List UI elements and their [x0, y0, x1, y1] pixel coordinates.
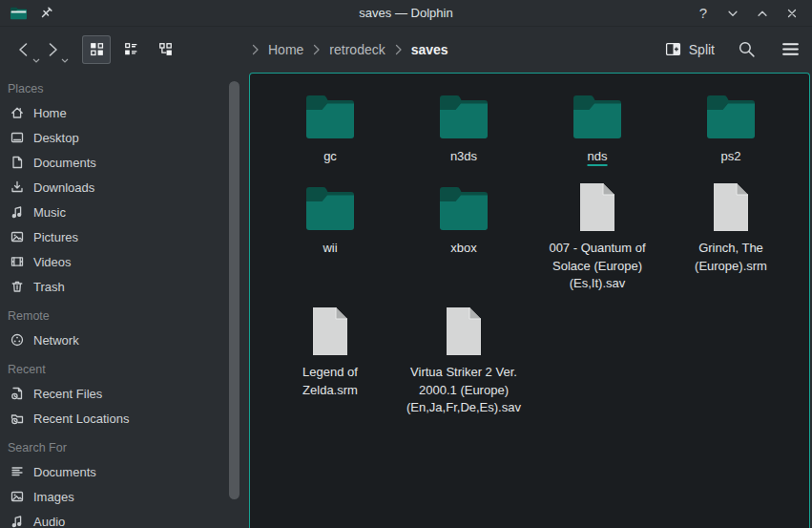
grid-row: gc n3ds nds ps2 — [250, 74, 809, 180]
sidebar-item-search-documents[interactable]: Documents — [0, 459, 249, 484]
sidebar-item-recent-locations[interactable]: Recent Locations — [0, 406, 249, 431]
music-note-icon — [10, 514, 25, 528]
item-label: ps2 — [721, 148, 741, 166]
help-button[interactable]: ? — [693, 3, 714, 24]
folder-item-nds[interactable]: nds — [531, 89, 664, 180]
item-label: nds — [588, 148, 608, 166]
sidebar-item-videos[interactable]: Videos — [0, 249, 249, 274]
places-scrollbar[interactable] — [229, 81, 239, 499]
toolbar: Home retrodeck saves Split — [0, 27, 812, 72]
places-section-header: Places — [0, 72, 249, 100]
remote-section-header: Remote — [0, 299, 249, 327]
item-label: Grinch, The (Europe).srm — [668, 240, 794, 275]
home-icon — [10, 105, 25, 120]
sidebar-item-pictures[interactable]: Pictures — [0, 224, 249, 249]
places-panel: Places Home Desktop Documents Downloads … — [0, 72, 249, 528]
search-button[interactable] — [734, 37, 759, 62]
folder-item-n3ds[interactable]: n3ds — [397, 89, 531, 180]
split-button[interactable]: Split — [665, 41, 715, 57]
recent-folder-icon — [10, 411, 25, 426]
sidebar-item-search-audio[interactable]: Audio — [0, 509, 249, 528]
sidebar-item-label: Trash — [33, 280, 65, 294]
sidebar-item-label: Recent Locations — [33, 412, 129, 426]
breadcrumb-retrodeck[interactable]: retrodeck — [324, 42, 389, 57]
sidebar-item-label: Documents — [33, 465, 96, 479]
sidebar-item-documents[interactable]: Documents — [0, 150, 249, 175]
item-label: 007 - Quantum of Solace (Europe) (Es,It)… — [534, 240, 660, 293]
sidebar-item-label: Audio — [33, 515, 65, 528]
file-item-virtua-striker-2[interactable]: Virtua Striker 2 Ver. 2000.1 (Europe) (E… — [397, 305, 531, 429]
sidebar-item-network[interactable]: Network — [0, 327, 249, 352]
folder-item-gc[interactable]: gc — [263, 89, 397, 180]
sidebar-item-label: Downloads — [33, 180, 94, 195]
breadcrumb-saves[interactable]: saves — [406, 42, 453, 57]
recent-section-header: Recent — [0, 352, 249, 381]
maximize-button[interactable] — [752, 3, 773, 24]
back-button[interactable] — [10, 35, 38, 64]
file-item-legend-of-zelda[interactable]: Legend of Zelda.srm — [263, 305, 397, 429]
sidebar-item-label: Pictures — [33, 230, 78, 244]
breadcrumb-chevron-icon[interactable] — [251, 44, 260, 55]
split-view-icon — [665, 41, 681, 57]
split-button-label: Split — [689, 42, 715, 57]
breadcrumb-home[interactable]: Home — [263, 42, 308, 57]
details-view-button[interactable] — [116, 35, 145, 64]
item-label: xbox — [450, 240, 476, 258]
pin-icon[interactable] — [39, 6, 53, 20]
folder-icon — [705, 89, 757, 140]
folder-icon — [572, 89, 623, 140]
text-lines-icon — [10, 464, 25, 479]
window-controls: ? — [693, 3, 802, 24]
file-item-grinch-the[interactable]: Grinch, The (Europe).srm — [664, 180, 798, 305]
image-icon — [10, 489, 25, 504]
hamburger-icon — [781, 42, 800, 56]
sidebar-item-label: Images — [33, 490, 74, 504]
breadcrumb-chevron-icon[interactable] — [394, 44, 403, 55]
minimize-button[interactable] — [722, 3, 743, 24]
file-item-007-quantum-of-solace[interactable]: 007 - Quantum of Solace (Europe) (Es,It)… — [531, 180, 664, 305]
sidebar-item-label: Videos — [33, 255, 72, 269]
folder-view[interactable]: gc n3ds nds ps2 wii — [249, 73, 810, 528]
download-icon — [10, 180, 25, 195]
item-label: Virtua Striker 2 Ver. 2000.1 (Europe) (E… — [401, 364, 527, 417]
menu-button[interactable] — [778, 37, 802, 62]
item-label: wii — [323, 240, 337, 258]
sidebar-item-desktop[interactable]: Desktop — [0, 125, 249, 150]
grid-row: Legend of Zelda.srm Virtua Striker 2 Ver… — [250, 305, 809, 429]
music-note-icon — [10, 204, 25, 220]
network-icon — [10, 332, 25, 348]
sidebar-item-search-images[interactable]: Images — [0, 484, 249, 509]
breadcrumb-chevron-icon[interactable] — [312, 44, 321, 55]
image-icon — [10, 229, 25, 244]
close-button[interactable] — [781, 3, 802, 24]
sidebar-item-label: Documents — [33, 156, 96, 170]
sidebar-item-label: Music — [33, 205, 66, 220]
file-icon — [312, 305, 348, 356]
window-title: saves — Dolphin — [0, 6, 812, 20]
sidebar-item-home[interactable]: Home — [0, 100, 249, 125]
folder-icon — [438, 89, 489, 140]
folder-item-ps2[interactable]: ps2 — [664, 89, 798, 180]
folder-icon — [304, 89, 356, 140]
folder-item-xbox[interactable]: xbox — [397, 180, 531, 305]
item-label: n3ds — [450, 148, 477, 166]
recent-file-icon — [10, 386, 25, 401]
folder-item-wii[interactable]: wii — [263, 180, 397, 305]
sidebar-item-downloads[interactable]: Downloads — [0, 175, 249, 200]
folder-icon — [304, 180, 356, 232]
forward-history-caret-icon — [61, 58, 69, 63]
sidebar-item-label: Network — [33, 333, 79, 348]
dolphin-app-icon — [10, 6, 28, 20]
file-icon — [713, 180, 749, 232]
file-icon — [446, 305, 482, 356]
icons-view-button[interactable] — [82, 35, 111, 64]
forward-button[interactable] — [38, 35, 67, 64]
sidebar-item-recent-files[interactable]: Recent Files — [0, 381, 249, 406]
sidebar-item-label: Recent Files — [33, 387, 102, 401]
item-label: Legend of Zelda.srm — [281, 364, 380, 399]
sidebar-item-trash[interactable]: Trash — [0, 274, 249, 299]
file-icon — [579, 180, 615, 232]
search-for-section-header: Search For — [0, 431, 249, 459]
tree-view-button[interactable] — [151, 35, 179, 64]
sidebar-item-music[interactable]: Music — [0, 200, 249, 224]
